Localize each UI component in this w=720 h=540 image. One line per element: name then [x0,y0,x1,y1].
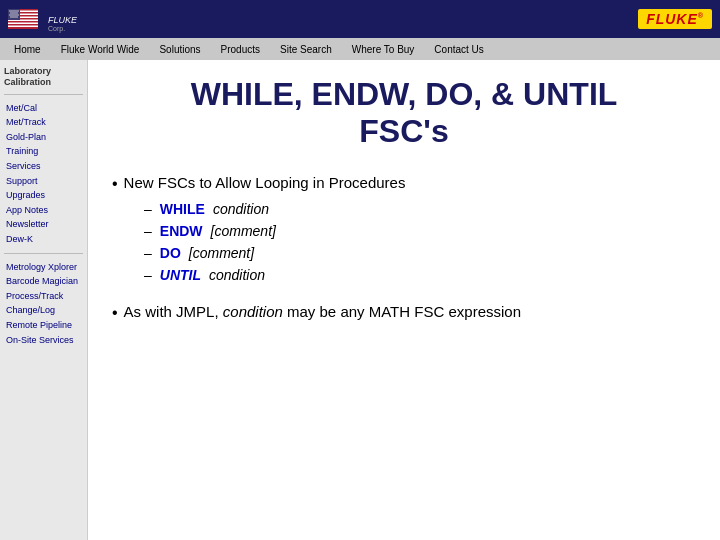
svg-point-12 [17,10,18,11]
logo-area: FLUKE Corp. [8,5,104,33]
sidebar-item-change-log[interactable]: Change/Log [4,303,83,318]
sub-item-do: – DO [comment] [144,245,696,261]
sub-dash-4: – [144,267,152,283]
svg-point-18 [11,14,12,15]
nav-item-products[interactable]: Products [211,38,270,60]
sub-dash-3: – [144,245,152,261]
svg-rect-5 [8,23,38,25]
until-keyword: UNTIL [160,267,201,283]
svg-point-16 [16,12,17,13]
svg-point-15 [14,12,15,13]
bullet-section-1: • New FSCs to Allow Looping in Procedure… [112,174,696,283]
svg-point-20 [15,14,16,15]
svg-text:FLUKE: FLUKE [48,15,78,25]
sub-item-until: – UNTIL condition [144,267,696,283]
sidebar-item-services[interactable]: Services [4,159,83,174]
content-area: WHILE, ENDW, DO, & UNTIL FSC's • New FSC… [88,60,720,540]
sidebar-item-dew-k[interactable]: Dew-K [4,232,83,247]
svg-point-10 [13,10,14,11]
sidebar-item-process-track[interactable]: Process/Track [4,289,83,304]
sidebar: LaboratoryCalibration Met/Cal Met/Track … [0,60,88,540]
svg-point-25 [16,16,17,17]
svg-point-23 [12,16,13,17]
bullet-1-text: New FSCs to Allow Looping in Procedures [124,174,406,191]
nav-item-home[interactable]: Home [4,38,51,60]
bullet-dot-2: • [112,304,118,322]
until-rest: condition [209,267,265,283]
svg-point-14 [12,12,13,13]
nav-item-where-to-buy[interactable]: Where To Buy [342,38,425,60]
bullet-1: • New FSCs to Allow Looping in Procedure… [112,174,696,193]
company-logo-icon: FLUKE Corp. [44,5,104,33]
page-title: WHILE, ENDW, DO, & UNTIL FSC's [112,76,696,150]
nav-item-site-search[interactable]: Site Search [270,38,342,60]
sidebar-section-title: LaboratoryCalibration [4,66,83,88]
while-keyword: WHILE [160,201,205,217]
while-rest: condition [213,201,269,217]
svg-point-13 [10,12,11,13]
sidebar-item-upgrades[interactable]: Upgrades [4,188,83,203]
svg-point-8 [9,10,10,11]
nav-bar: Home Fluke World Wide Solutions Products… [0,38,720,60]
sidebar-item-gold-plan[interactable]: Gold-Plan [4,130,83,145]
sub-dash-1: – [144,201,152,217]
fluke-brand-logo: FLUKE® [638,9,712,29]
sidebar-divider-mid [4,253,83,254]
endw-keyword: ENDW [160,223,203,239]
nav-item-fluke-world-wide[interactable]: Fluke World Wide [51,38,150,60]
sidebar-item-metcal[interactable]: Met/Cal [4,101,83,116]
svg-point-24 [14,16,15,17]
top-header: FLUKE Corp. FLUKE® [0,0,720,38]
svg-point-9 [11,10,12,11]
sidebar-item-on-site-services[interactable]: On-Site Services [4,333,83,348]
nav-item-contact-us[interactable]: Contact Us [424,38,493,60]
sidebar-item-metrology-xplorer[interactable]: Metrology Xplorer [4,260,83,275]
sub-list: – WHILE condition – ENDW [comment] – DO … [144,201,696,283]
main-layout: LaboratoryCalibration Met/Cal Met/Track … [0,60,720,540]
svg-text:Corp.: Corp. [48,25,65,33]
sidebar-item-mettrack[interactable]: Met/Track [4,115,83,130]
svg-point-22 [10,16,11,17]
svg-point-11 [15,10,16,11]
sub-dash-2: – [144,223,152,239]
sidebar-item-barcode-magician[interactable]: Barcode Magician [4,274,83,289]
endw-rest: [comment] [211,223,276,239]
sidebar-item-newsletter[interactable]: Newsletter [4,217,83,232]
svg-point-17 [9,14,10,15]
sidebar-item-support[interactable]: Support [4,174,83,189]
do-rest: [comment] [189,245,254,261]
sidebar-item-remote-pipeline[interactable]: Remote Pipeline [4,318,83,333]
bullet-2-text: As with JMPL, condition may be any MATH … [124,303,521,320]
sub-item-endw: – ENDW [comment] [144,223,696,239]
svg-rect-6 [8,26,38,28]
bullet-2: • As with JMPL, condition may be any MAT… [112,303,696,322]
nav-item-solutions[interactable]: Solutions [149,38,210,60]
sub-item-while: – WHILE condition [144,201,696,217]
do-keyword: DO [160,245,181,261]
svg-point-21 [17,14,18,15]
sidebar-divider-top [4,94,83,95]
sidebar-item-training[interactable]: Training [4,144,83,159]
sidebar-item-app-notes[interactable]: App Notes [4,203,83,218]
us-flag-icon [8,9,38,29]
bullet-dot-1: • [112,175,118,193]
svg-point-19 [13,14,14,15]
